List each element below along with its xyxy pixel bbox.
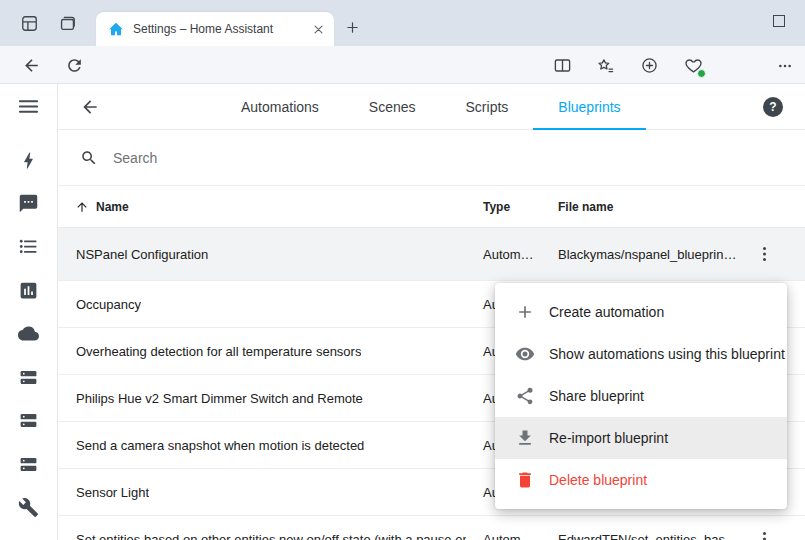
menu-item-label: Delete blueprint <box>549 472 647 488</box>
ha-tab-bar: Automations Scenes Scripts Blueprints <box>216 84 646 130</box>
favorites-hub-icon[interactable] <box>596 56 615 75</box>
menu-item-share-blueprint[interactable]: Share blueprint <box>495 375 787 417</box>
blueprint-context-menu: Create automation Show automations using… <box>495 283 787 509</box>
row-name: Overheating detection for all temperatur… <box>76 344 361 359</box>
menu-item-label: Show automations using this blueprint <box>549 346 785 362</box>
sidebar-server-icon[interactable] <box>18 410 39 431</box>
row-file: EdwardTFN/set_entities_bas… <box>558 532 738 540</box>
menu-item-delete-blueprint[interactable]: Delete blueprint <box>495 459 787 501</box>
browser-settings-more-icon[interactable] <box>777 58 793 74</box>
sidebar-tools-icon[interactable] <box>18 497 39 518</box>
ha-back-icon[interactable] <box>80 97 100 117</box>
menu-item-create-automation[interactable]: Create automation <box>495 291 787 333</box>
trash-icon <box>515 470 535 490</box>
row-name: NSPanel Configuration <box>76 247 208 262</box>
table-header: Name Type File name <box>58 186 805 228</box>
eye-icon <box>515 344 535 364</box>
tab-title: Settings – Home Assistant <box>133 22 305 36</box>
table-row-nspanel[interactable]: NSPanel Configuration Autom… Blackymas/n… <box>58 228 805 281</box>
refresh-icon[interactable] <box>65 56 84 75</box>
row-type: Autom… <box>483 247 534 262</box>
search-bar <box>58 130 805 186</box>
browser-toolbar: Not secure homeassistant.local:8123/... … <box>0 46 805 84</box>
search-input[interactable] <box>111 149 535 167</box>
tab-blueprints[interactable]: Blueprints <box>533 84 645 130</box>
row-name: Sensor Light <box>76 485 149 500</box>
row-file: Blackymas/nspanel_blueprin… <box>558 247 736 262</box>
row-name: Philips Hue v2 Smart Dimmer Switch and R… <box>76 391 363 406</box>
essentials-status-dot <box>697 69 706 78</box>
screen: Settings – Home Assistant Not secure <box>0 0 805 540</box>
sidebar-logbook-icon[interactable] <box>18 236 39 257</box>
maximize-icon[interactable] <box>773 15 785 27</box>
workspaces-icon[interactable] <box>20 14 39 33</box>
collections-icon[interactable] <box>640 56 659 75</box>
column-header-type[interactable]: Type <box>483 200 510 214</box>
sidebar-server-icon[interactable] <box>18 454 39 475</box>
menu-item-label: Re-import blueprint <box>549 430 668 446</box>
row-name: Send a camera snapshot when motion is de… <box>76 438 364 453</box>
column-header-name[interactable]: Name <box>96 200 129 214</box>
sidebar-assist-icon[interactable] <box>18 193 39 214</box>
help-icon[interactable]: ? <box>763 97 783 117</box>
ha-header: Automations Scenes Scripts Blueprints ? <box>58 84 805 130</box>
tab-scenes[interactable]: Scenes <box>344 84 441 130</box>
sidebar-cloud-icon[interactable] <box>18 323 39 344</box>
column-header-file[interactable]: File name <box>558 200 613 214</box>
browser-titlebar: Settings – Home Assistant <box>0 0 805 46</box>
search-icon <box>80 149 98 167</box>
row-overflow-menu-icon[interactable] <box>755 530 774 540</box>
close-tab-icon[interactable] <box>311 22 326 37</box>
sidebar-energy-icon[interactable] <box>18 150 39 171</box>
menu-item-label: Share blueprint <box>549 388 644 404</box>
sort-arrow-icon <box>75 200 89 214</box>
tab-scripts[interactable]: Scripts <box>441 84 534 130</box>
new-tab-icon[interactable] <box>345 20 360 35</box>
row-type: Autom… <box>483 532 534 540</box>
tab-actions-icon[interactable] <box>58 14 77 33</box>
row-name: Set entities based on other entities new… <box>76 532 466 540</box>
download-icon <box>515 428 535 448</box>
split-screen-icon[interactable] <box>553 56 572 75</box>
browser-back-icon[interactable] <box>22 56 41 75</box>
ha-sidebar <box>0 84 58 540</box>
row-name: Occupancy <box>76 297 141 312</box>
browser-tab[interactable]: Settings – Home Assistant <box>96 12 334 46</box>
menu-item-show-automations[interactable]: Show automations using this blueprint <box>495 333 787 375</box>
plus-icon <box>515 302 535 322</box>
sidebar-server-icon[interactable] <box>18 367 39 388</box>
row-overflow-menu-icon[interactable] <box>755 245 774 264</box>
sidebar-menu-icon[interactable] <box>17 95 40 118</box>
table-row-set-entities[interactable]: Set entities based on other entities new… <box>58 516 805 540</box>
home-assistant-favicon-icon <box>108 21 124 37</box>
tab-automations[interactable]: Automations <box>216 84 344 130</box>
share-icon <box>515 386 535 406</box>
sidebar-history-icon[interactable] <box>18 280 39 301</box>
menu-item-reimport-blueprint[interactable]: Re-import blueprint <box>495 417 787 459</box>
menu-item-label: Create automation <box>549 304 664 320</box>
